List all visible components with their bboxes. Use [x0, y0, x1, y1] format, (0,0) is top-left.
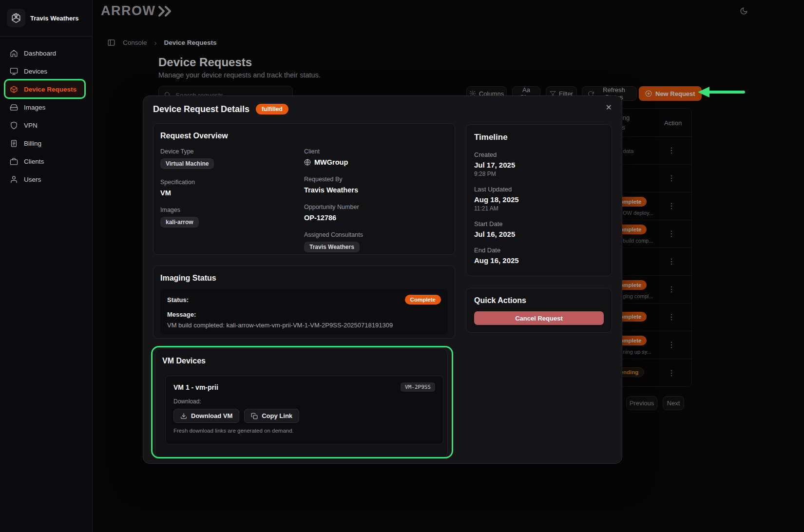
- vm-device-item: VM 1 - vm-prii VM-2P9SS Download: Downlo…: [165, 376, 443, 444]
- field-requested-by: Requested By Travis Weathers: [304, 176, 443, 194]
- client-globe-icon: [304, 159, 311, 166]
- client-value: MWGroup: [314, 158, 348, 166]
- vm-devices-card: VM Devices VM 1 - vm-prii VM-2P9SS Downl…: [155, 348, 448, 458]
- sidebar-item-devices[interactable]: Devices: [5, 62, 87, 80]
- timeline-card: Timeline Created Jul 17, 2025 9:28 PM La…: [466, 124, 612, 276]
- sidebar-user[interactable]: Travis Weathers: [0, 0, 92, 37]
- quick-actions-title: Quick Actions: [474, 296, 604, 305]
- field-specification: Specification VM: [160, 179, 299, 197]
- cancel-request-button[interactable]: Cancel Request: [474, 311, 604, 325]
- requested-by-value: Travis Weathers: [304, 186, 443, 194]
- message-label: Message:: [167, 311, 441, 318]
- timeline-label: Start Date: [474, 220, 604, 228]
- sidebar: Travis Weathers Dashboard Devices Device…: [0, 0, 93, 532]
- timeline-entry-updated: Last Updated Aug 18, 2025 11:21 AM: [474, 186, 604, 212]
- vm-device-name: VM 1 - vm-prii: [173, 383, 218, 391]
- specification-label: Specification: [160, 179, 299, 186]
- timeline-date: Jul 16, 2025: [474, 230, 604, 238]
- monitor-icon: [10, 67, 18, 76]
- imaging-status-panel: Status: Complete Message: VM build compl…: [160, 289, 448, 335]
- images-label: Images: [160, 207, 299, 213]
- specification-value: VM: [160, 189, 299, 197]
- field-client: Client MWGroup: [304, 148, 443, 166]
- timeline-time: 9:28 PM: [474, 171, 604, 177]
- download-label: Download:: [173, 398, 435, 405]
- sidebar-item-label: Images: [24, 104, 45, 111]
- sidebar-item-vpn[interactable]: VPN: [5, 116, 87, 134]
- timeline-label: Created: [474, 151, 604, 158]
- timeline-time: 11:21 AM: [474, 205, 604, 212]
- receipt-icon: [10, 139, 18, 148]
- shield-icon: [10, 121, 18, 130]
- sidebar-item-billing[interactable]: Billing: [5, 134, 87, 152]
- timeline-title: Timeline: [474, 133, 604, 142]
- copy-link-button[interactable]: Copy Link: [244, 409, 299, 423]
- request-overview-title: Request Overview: [160, 132, 448, 140]
- timeline-date: Aug 16, 2025: [474, 256, 604, 265]
- vm-device-code-badge: VM-2P9SS: [401, 382, 435, 392]
- device-request-details-modal: Device Request Details fulfilled ✕ Reque…: [143, 95, 622, 464]
- sidebar-item-label: Devices: [24, 68, 47, 75]
- timeline-entry-start: Start Date Jul 16, 2025: [474, 220, 604, 238]
- close-icon[interactable]: ✕: [604, 101, 614, 114]
- status-label: Status:: [167, 296, 189, 304]
- app-logo-icon: [7, 9, 25, 27]
- field-opportunity-number: Opportunity Number OP-12786: [304, 204, 443, 222]
- download-vm-button[interactable]: Download VM: [173, 409, 239, 423]
- sidebar-item-label: Billing: [24, 140, 41, 147]
- field-device-type: Device Type Virtual Machine: [160, 148, 299, 169]
- request-overview-card: Request Overview Device Type Virtual Mac…: [153, 123, 455, 255]
- copy-link-button-label: Copy Link: [262, 412, 292, 419]
- device-type-label: Device Type: [160, 148, 299, 155]
- consultant-badge: Travis Weathers: [304, 242, 360, 252]
- sidebar-item-device-requests[interactable]: Device Requests: [5, 80, 87, 98]
- timeline-entry-created: Created Jul 17, 2025 9:28 PM: [474, 151, 604, 177]
- sidebar-item-label: Clients: [24, 158, 44, 165]
- imaging-status-card: Imaging Status Status: Complete Message:…: [153, 266, 455, 339]
- timeline-label: Last Updated: [474, 186, 604, 193]
- field-assigned-consultants: Assigned Consultants Travis Weathers: [304, 231, 443, 252]
- requested-by-label: Requested By: [304, 176, 443, 183]
- opportunity-value: OP-12786: [304, 214, 443, 222]
- client-label: Client: [304, 148, 443, 155]
- home-icon: [10, 49, 18, 57]
- download-vm-button-label: Download VM: [191, 412, 232, 419]
- imaging-message-text: VM build completed: kali-arrow-vtem-vm-p…: [167, 322, 441, 329]
- timeline-date: Aug 18, 2025: [474, 195, 604, 204]
- sidebar-item-label: VPN: [24, 122, 38, 129]
- sidebar-item-dashboard[interactable]: Dashboard: [5, 44, 87, 62]
- device-type-badge: Virtual Machine: [160, 158, 214, 169]
- opportunity-label: Opportunity Number: [304, 204, 443, 210]
- user-icon: [10, 175, 18, 184]
- fulfilled-badge: fulfilled: [256, 104, 288, 114]
- package-icon: [10, 85, 18, 94]
- quick-actions-card: Quick Actions Cancel Request: [466, 288, 612, 333]
- download-icon: [180, 413, 187, 419]
- timeline-date: Jul 17, 2025: [474, 161, 604, 169]
- sidebar-item-label: Device Requests: [24, 86, 77, 93]
- sidebar-item-clients[interactable]: Clients: [5, 152, 87, 171]
- user-name: Travis Weathers: [30, 15, 78, 22]
- sidebar-item-images[interactable]: Images: [5, 98, 87, 116]
- sidebar-item-label: Users: [24, 176, 41, 183]
- consultants-label: Assigned Consultants: [304, 231, 443, 238]
- complete-badge: Complete: [405, 295, 441, 304]
- timeline-entry-end: End Date Aug 16, 2025: [474, 247, 604, 265]
- image-badge: kali-arrow: [160, 217, 199, 228]
- field-images: Images kali-arrow: [160, 207, 299, 228]
- briefcase-icon: [10, 157, 18, 166]
- sidebar-item-users[interactable]: Users: [5, 171, 87, 189]
- sidebar-item-label: Dashboard: [24, 50, 56, 57]
- modal-title: Device Request Details: [153, 104, 249, 114]
- sidebar-nav: Dashboard Devices Device Requests Images…: [0, 37, 92, 196]
- download-note: Fresh download links are generated on de…: [173, 428, 435, 434]
- copy-icon: [251, 413, 258, 419]
- imaging-status-title: Imaging Status: [160, 274, 448, 283]
- harddrive-icon: [10, 103, 18, 112]
- timeline-label: End Date: [474, 247, 604, 254]
- vm-devices-title: VM Devices: [162, 357, 440, 365]
